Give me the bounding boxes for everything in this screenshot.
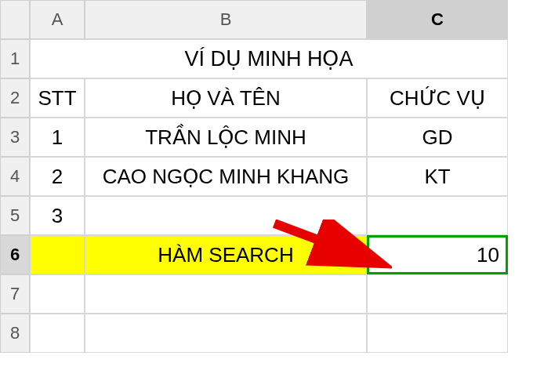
row-header-3[interactable]: 3 [0,118,30,157]
cell-C3[interactable]: GD [367,118,508,157]
row-header-6[interactable]: 6 [0,235,30,274]
cell-B4[interactable]: CAO NGỌC MINH KHANG [85,157,367,196]
spreadsheet-grid: A B C 1 VÍ DỤ MINH HỌA 2 STT HỌ VÀ TÊN C… [0,0,533,353]
column-header-C[interactable]: C [367,0,508,39]
row-header-1[interactable]: 1 [0,39,30,78]
cell-A7[interactable] [30,274,85,314]
cell-A2[interactable]: STT [30,78,85,118]
cell-B5[interactable] [85,196,367,235]
cell-title-merged[interactable]: VÍ DỤ MINH HỌA [30,39,508,78]
cell-A5[interactable]: 3 [30,196,85,235]
row-header-8[interactable]: 8 [0,314,30,353]
column-header-A[interactable]: A [30,0,85,39]
select-all-corner[interactable] [0,0,30,39]
cell-B8[interactable] [85,314,367,353]
row-header-5[interactable]: 5 [0,196,30,235]
cell-B2[interactable]: HỌ VÀ TÊN [85,78,367,118]
column-header-B[interactable]: B [85,0,367,39]
cell-A4[interactable]: 2 [30,157,85,196]
cell-B6[interactable]: HÀM SEARCH [85,235,367,274]
cell-A6[interactable] [30,235,85,274]
cell-A8[interactable] [30,314,85,353]
row-header-7[interactable]: 7 [0,274,30,314]
row-header-4[interactable]: 4 [0,157,30,196]
cell-C5[interactable] [367,196,508,235]
cell-C2[interactable]: CHỨC VỤ [367,78,508,118]
cell-C4[interactable]: KT [367,157,508,196]
cell-C6[interactable]: 10 [367,235,508,274]
cell-C7[interactable] [367,274,508,314]
row-header-2[interactable]: 2 [0,78,30,118]
cell-C8[interactable] [367,314,508,353]
cell-B3[interactable]: TRẦN LỘC MINH [85,118,367,157]
cell-B7[interactable] [85,274,367,314]
cell-A3[interactable]: 1 [30,118,85,157]
